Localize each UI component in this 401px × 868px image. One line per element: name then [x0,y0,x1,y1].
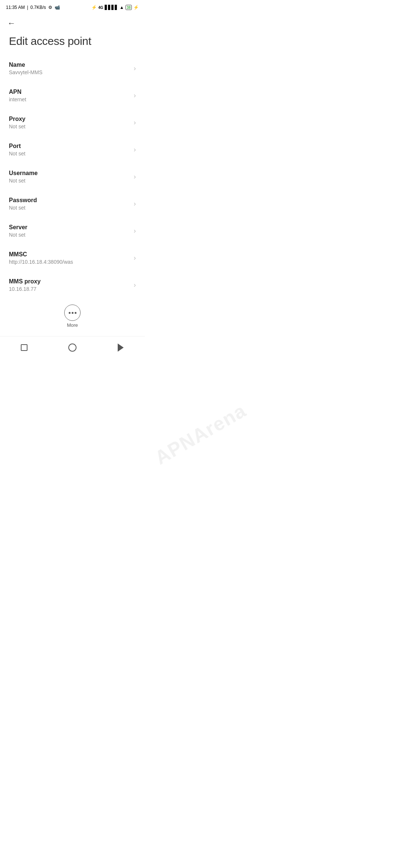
time-display: 11:35 AM [6,5,25,10]
settings-item[interactable]: Name Savvytel-MMS › [0,55,145,82]
settings-item[interactable]: Username Not set › [0,163,145,190]
more-label: More [67,322,78,328]
settings-item-value-0: Savvytel-MMS [9,69,130,75]
settings-item[interactable]: APN internet › [0,82,145,109]
settings-item-content-2: Proxy Not set [9,116,130,129]
status-right: ⚡ 4G ▋▋▋▋ ▲ 38 ⚡ [91,5,139,10]
wifi-icon: ▲ [120,5,124,10]
settings-item-label-8: MMS proxy [9,278,130,285]
settings-item-content-1: APN internet [9,89,130,102]
more-section: More [0,299,145,332]
settings-item-label-5: Password [9,197,130,204]
settings-icon: ⚙ [48,5,52,10]
chevron-right-icon: › [134,281,136,289]
chevron-right-icon: › [134,173,136,181]
settings-item[interactable]: Server Not set › [0,217,145,244]
chevron-right-icon: › [134,146,136,154]
chevron-right-icon: › [134,92,136,99]
home-icon [68,343,76,352]
back-arrow-icon: ← [7,19,16,28]
settings-item-value-6: Not set [9,232,130,238]
settings-item-label-3: Port [9,143,130,149]
more-circle-icon [64,305,81,321]
back-nav-icon [118,343,124,352]
settings-item-content-7: MMSC http://10.16.18.4:38090/was [9,251,130,265]
home-button[interactable] [63,341,82,354]
chevron-right-icon: › [134,65,136,72]
settings-item-value-1: internet [9,96,130,102]
settings-item[interactable]: Password Not set › [0,190,145,217]
settings-item[interactable]: Port Not set › [0,136,145,163]
settings-item-value-8: 10.16.18.77 [9,286,130,292]
back-nav-button[interactable] [111,341,130,354]
more-dot-2 [72,312,74,314]
recents-button[interactable] [15,341,33,354]
video-icon: 📹 [55,5,60,10]
settings-item-value-5: Not set [9,205,130,211]
settings-item-value-4: Not set [9,178,130,184]
settings-item[interactable]: MMSC http://10.16.18.4:38090/was › [0,244,145,272]
signal-bars-icon: ▋▋▋▋ [105,5,118,10]
settings-item-value-3: Not set [9,151,130,157]
status-left: 11:35 AM | 0.7KB/s ⚙ 📹 [6,5,60,10]
settings-item-content-3: Port Not set [9,143,130,157]
speed-display: 0.7KB/s [30,5,46,10]
page-title: Edit access point [0,30,145,55]
back-button[interactable]: ← [0,13,145,30]
chevron-right-icon: › [134,119,136,126]
more-dot-1 [69,312,71,314]
settings-item-content-6: Server Not set [9,224,130,238]
settings-item-content-5: Password Not set [9,197,130,211]
more-button[interactable]: More [64,305,81,328]
chevron-right-icon: › [134,227,136,235]
status-bar: 11:35 AM | 0.7KB/s ⚙ 📹 ⚡ 4G ▋▋▋▋ ▲ 38 ⚡ [0,0,145,13]
bottom-nav [0,336,145,360]
settings-item[interactable]: Proxy Not set › [0,109,145,136]
battery-indicator: 38 [125,5,132,10]
settings-item-label-0: Name [9,62,130,68]
signal-4g-icon: 4G [98,6,103,10]
recents-icon [21,344,27,351]
settings-item-label-2: Proxy [9,116,130,122]
bluetooth-icon: ⚡ [91,5,97,10]
settings-item-content-0: Name Savvytel-MMS [9,62,130,75]
settings-item-label-1: APN [9,89,130,95]
settings-item-label-7: MMSC [9,251,130,258]
chevron-right-icon: › [134,254,136,262]
settings-item-label-6: Server [9,224,130,231]
settings-list: Name Savvytel-MMS › APN internet › Proxy… [0,55,145,299]
settings-item-value-7: http://10.16.18.4:38090/was [9,259,130,265]
more-dot-3 [75,312,76,314]
charging-icon: ⚡ [133,5,139,10]
settings-item[interactable]: MMS proxy 10.16.18.77 › [0,272,145,299]
chevron-right-icon: › [134,200,136,208]
settings-item-label-4: Username [9,170,130,177]
settings-item-content-8: MMS proxy 10.16.18.77 [9,278,130,292]
settings-item-content-4: Username Not set [9,170,130,184]
settings-item-value-2: Not set [9,124,130,129]
